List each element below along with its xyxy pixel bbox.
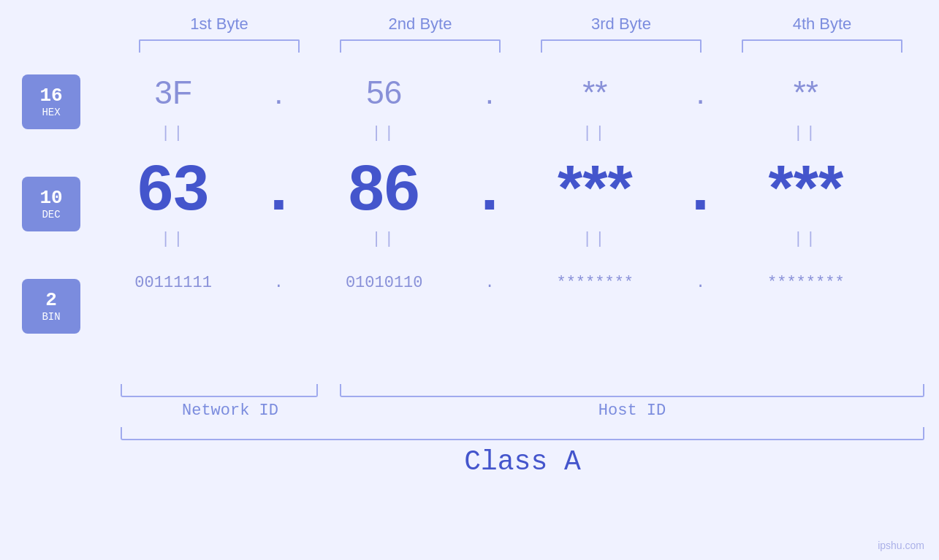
bin-b4: ******** (726, 274, 886, 292)
hex-badge: 16 HEX (22, 74, 80, 129)
hex-b4: ** (726, 74, 886, 111)
dec-dot1: . (264, 150, 293, 225)
equals-row-2: || || || || (88, 228, 892, 250)
eq1-b2: || (304, 124, 465, 142)
bin-dot2: . (475, 274, 504, 292)
byte4-label: 4th Byte (742, 15, 902, 34)
bin-label: BIN (42, 311, 60, 323)
host-id-label: Host ID (340, 402, 924, 420)
hex-row: 3F . 56 . ** . ** (88, 64, 892, 122)
byte3-label: 3rd Byte (541, 15, 702, 34)
hex-dot3: . (686, 74, 715, 111)
bottom-id-section: Network ID Host ID (121, 384, 924, 420)
hex-label: HEX (42, 107, 60, 118)
dec-b2: 86 (304, 150, 465, 225)
values-section: 3F . 56 . ** . ** (88, 53, 892, 312)
dec-dot2: . (475, 150, 504, 225)
hex-b3: ** (514, 74, 675, 111)
base-labels: 16 HEX 10 DEC 2 BIN (22, 53, 80, 381)
eq2-b2: || (304, 230, 465, 248)
host-bracket (340, 384, 924, 397)
eq1-b3: || (514, 124, 675, 142)
top-brackets (119, 39, 923, 53)
id-labels: Network ID Host ID (121, 402, 924, 420)
eq1-b1: || (93, 124, 254, 142)
bin-b3: ******** (514, 274, 675, 292)
main-container: 1st Byte 2nd Byte 3rd Byte 4th Byte 16 H… (0, 0, 939, 560)
bracket-byte3 (541, 39, 702, 53)
dec-b3: *** (514, 150, 675, 225)
bin-badge: 2 BIN (22, 279, 80, 334)
equals-row-1: || || || || (88, 122, 892, 144)
dec-dot3: . (686, 150, 715, 225)
dec-b1: 63 (93, 150, 254, 225)
hex-dot2: . (475, 74, 504, 111)
hex-b1: 3F (93, 74, 254, 111)
dec-num: 10 (39, 188, 62, 209)
bin-b2: 01010110 (304, 274, 465, 292)
watermark: ipshu.com (878, 540, 924, 551)
dec-badge: 10 DEC (22, 177, 80, 231)
bin-num: 2 (45, 290, 57, 311)
hex-num: 16 (39, 85, 62, 107)
class-bracket (121, 427, 924, 440)
bracket-byte4 (742, 39, 902, 53)
class-section: Class A (121, 427, 924, 477)
bin-b1: 00111111 (93, 274, 254, 292)
sub-brackets (121, 384, 924, 397)
bracket-byte1 (139, 39, 300, 53)
bin-dot3: . (686, 274, 715, 292)
eq2-b3: || (514, 230, 675, 248)
dec-label: DEC (42, 209, 60, 220)
dec-b4: *** (726, 150, 886, 225)
eq1-b4: || (726, 124, 886, 142)
class-label: Class A (121, 446, 924, 477)
net-bracket (121, 384, 318, 397)
bin-dot1: . (264, 274, 293, 292)
hex-dot1: . (264, 74, 293, 111)
eq2-b4: || (726, 230, 886, 248)
hex-b2: 56 (304, 74, 465, 111)
byte-headers: 1st Byte 2nd Byte 3rd Byte 4th Byte (119, 15, 923, 34)
network-id-label: Network ID (121, 402, 340, 420)
byte2-label: 2nd Byte (340, 15, 501, 34)
eq2-b1: || (93, 230, 254, 248)
bracket-byte2 (340, 39, 501, 53)
bin-row: 00111111 . 01010110 . ******** . (88, 253, 892, 312)
byte1-label: 1st Byte (139, 15, 300, 34)
dec-row: 63 . 86 . *** . *** (88, 147, 892, 228)
